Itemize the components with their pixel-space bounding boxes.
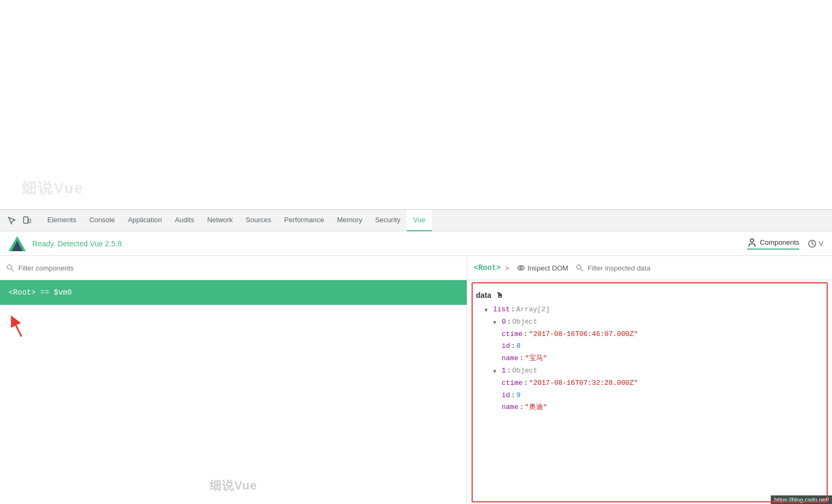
item0-id-val: 8	[516, 341, 520, 352]
devtools-tab-bar: Elements Console Application Audits Netw…	[0, 210, 832, 231]
list-row: list : Array[2]	[476, 304, 823, 316]
item1-id-row: id : 9	[476, 390, 823, 402]
search-icon	[6, 264, 14, 272]
svg-line-9	[11, 269, 13, 271]
watermark: 细说Vue	[21, 178, 84, 199]
list-type: Array[2]	[516, 304, 549, 316]
components-icon	[747, 238, 757, 247]
cursor-indicator: 🖱	[496, 291, 503, 300]
list-key: list	[493, 304, 510, 316]
url-bar: https://blog.csdn.net/	[771, 495, 832, 504]
right-panel-header: <Root> > Inspect DOM	[467, 256, 832, 280]
components-label: Components	[760, 238, 800, 246]
item1-id-val: 9	[516, 390, 520, 401]
inspect-dom-button[interactable]: Inspect DOM	[513, 262, 571, 273]
tab-memory[interactable]: Memory	[330, 210, 368, 231]
item1-name-key: name	[502, 402, 518, 413]
tab-vue[interactable]: Vue	[407, 210, 432, 231]
cursor-tool-button[interactable]	[5, 214, 18, 227]
svg-rect-3	[28, 219, 31, 223]
svg-line-13	[581, 269, 583, 271]
colon4: :	[511, 341, 516, 352]
root-tag: <Root>	[474, 264, 501, 272]
item1-toggle[interactable]	[493, 368, 500, 374]
item1-name-val: "奥迪"	[525, 402, 547, 413]
item0-type: Object	[512, 317, 538, 328]
colon8: :	[511, 390, 516, 401]
tab-sources[interactable]: Sources	[239, 210, 278, 231]
svg-point-6	[750, 239, 754, 242]
left-panel: <Root> == $vm0	[0, 280, 467, 504]
tab-performance[interactable]: Performance	[278, 210, 330, 231]
right-panel-content: data 🖱 list : Array[2]	[467, 280, 832, 504]
vue-header-actions: Components V	[747, 238, 823, 250]
vue-logo	[9, 235, 26, 252]
tab-network[interactable]: Network	[201, 210, 240, 231]
svg-point-8	[8, 265, 12, 269]
tab-elements[interactable]: Elements	[41, 210, 83, 231]
item0-ctime-row: ctime : "2017-08-16T06:46:07.000Z"	[476, 328, 823, 341]
item0-toggle[interactable]	[493, 319, 500, 325]
item0-ctime-key: ctime	[502, 329, 523, 340]
history-label: V	[819, 239, 823, 247]
item0-id-key: id	[502, 341, 510, 352]
data-tree: data 🖱 list : Array[2]	[467, 284, 832, 420]
item0-name-row: name : "宝马"	[476, 353, 823, 365]
colon6: :	[507, 366, 511, 377]
item1-ctime-row: ctime : "2017-08-16T07:32:28.000Z"	[476, 377, 823, 390]
item0-row: 0 : Object	[476, 316, 823, 328]
data-section-label: data 🖱	[476, 291, 823, 300]
history-button[interactable]: V	[808, 239, 823, 248]
item1-row: 1 : Object	[476, 365, 823, 377]
bottom-watermark-text: 细说Vue	[209, 478, 257, 494]
annotation-arrow-root	[11, 312, 43, 341]
colon1: :	[511, 304, 515, 316]
item1-key: 1	[502, 366, 506, 377]
inspect-dom-label: Inspect DOM	[527, 264, 568, 272]
panels-header-row: <Root> > Inspect DOM	[0, 256, 832, 280]
main-panels: <Root> == $vm0	[0, 280, 832, 504]
eye-icon	[517, 264, 525, 272]
panels-container: <Root> > Inspect DOM	[0, 256, 832, 504]
tab-audits[interactable]: Audits	[169, 210, 201, 231]
tab-security[interactable]: Security	[368, 210, 407, 231]
colon9: :	[519, 402, 524, 413]
svg-point-11	[520, 267, 522, 269]
svg-point-10	[518, 266, 524, 270]
history-icon	[808, 239, 816, 248]
devtools-icons	[2, 214, 37, 227]
right-panel: data 🖱 list : Array[2]	[467, 280, 832, 504]
left-filter-bar	[0, 256, 467, 280]
components-button[interactable]: Components	[747, 238, 800, 250]
list-toggle[interactable]	[484, 306, 491, 313]
item0-id-row: id : 8	[476, 340, 823, 353]
item1-ctime-key: ctime	[502, 378, 523, 389]
tab-application[interactable]: Application	[121, 210, 169, 231]
root-component-item[interactable]: <Root> == $vm0	[0, 280, 467, 305]
svg-rect-2	[24, 217, 28, 223]
colon7: :	[524, 378, 528, 389]
bottom-watermark: 细说Vue	[0, 467, 467, 504]
item0-key: 0	[502, 317, 506, 328]
vue-devtools-content: Ready. Detected Vue 2.5.9. Components	[0, 231, 832, 504]
filter-components-input[interactable]	[18, 264, 460, 272]
root-component-text: <Root> == $vm0	[9, 288, 72, 297]
svg-point-12	[576, 265, 581, 269]
colon2: :	[507, 317, 511, 328]
filter-inspected-input[interactable]	[588, 264, 826, 272]
item1-name-row: name : "奥迪"	[476, 401, 823, 414]
vue-header: Ready. Detected Vue 2.5.9. Components	[0, 231, 832, 256]
tab-console[interactable]: Console	[83, 210, 121, 231]
item1-type: Object	[512, 366, 538, 377]
item0-name-val: "宝马"	[525, 353, 547, 364]
item0-ctime-val: "2017-08-16T06:46:07.000Z"	[529, 329, 638, 340]
data-keyword: data	[476, 291, 491, 300]
vue-status-text: Ready. Detected Vue 2.5.9.	[32, 239, 124, 248]
item1-ctime-val: "2017-08-16T07:32:28.000Z"	[529, 378, 638, 389]
devtools-panel: Elements Console Application Audits Netw…	[0, 209, 832, 504]
browser-viewport: 细说Vue	[0, 0, 832, 209]
item1-id-key: id	[502, 390, 510, 401]
colon5: :	[519, 353, 524, 364]
device-toggle-button[interactable]	[20, 214, 33, 227]
colon3: :	[524, 329, 528, 340]
